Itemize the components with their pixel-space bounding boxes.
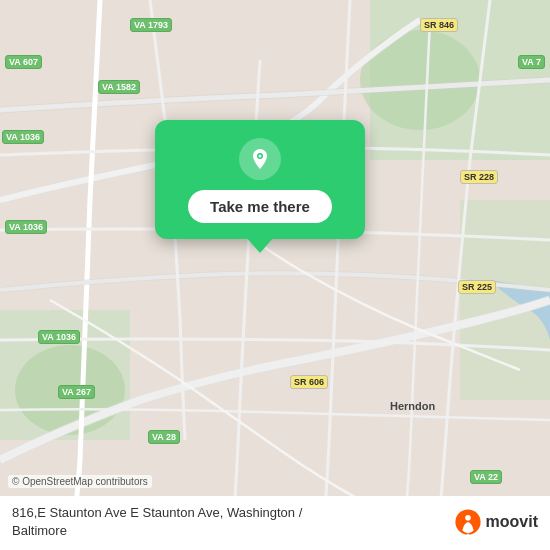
bottom-bar: 816,E Staunton Ave E Staunton Ave, Washi… xyxy=(0,496,550,550)
place-label-herndon: Herndon xyxy=(390,400,435,412)
pin-svg xyxy=(248,147,272,171)
road-badge-va1793: VA 1793 xyxy=(130,18,172,32)
road-badge-va1036b: VA 1036 xyxy=(5,220,47,234)
address-line2: Baltimore xyxy=(12,523,67,538)
road-badge-va1582: VA 1582 xyxy=(98,80,140,94)
take-me-there-button[interactable]: Take me there xyxy=(188,190,332,223)
map-roads xyxy=(0,0,550,550)
road-badge-va1036c: VA 1036 xyxy=(38,330,80,344)
osm-attribution: © OpenStreetMap contributors xyxy=(8,475,152,488)
road-badge-va267: VA 267 xyxy=(58,385,95,399)
popup-card: Take me there xyxy=(155,120,365,239)
road-badge-sr225: SR 225 xyxy=(458,280,496,294)
road-badge-sr228: SR 228 xyxy=(460,170,498,184)
address-line1: 816,E Staunton Ave E Staunton Ave, Washi… xyxy=(12,505,302,520)
road-badge-sr606: SR 606 xyxy=(290,375,328,389)
road-badge-va7: VA 7 xyxy=(518,55,545,69)
moovit-logo: moovit xyxy=(454,508,538,536)
moovit-logo-text: moovit xyxy=(486,513,538,531)
svg-point-8 xyxy=(465,515,471,521)
road-badge-va1036a: VA 1036 xyxy=(2,130,44,144)
map-container: VA 1793VA 607VA 1582SR 846VA 7VA 1036SR … xyxy=(0,0,550,550)
pin-icon xyxy=(239,138,281,180)
moovit-logo-svg xyxy=(454,508,482,536)
road-badge-sr846: SR 846 xyxy=(420,18,458,32)
road-badge-va28: VA 28 xyxy=(148,430,180,444)
svg-point-6 xyxy=(259,155,262,158)
address-text: 816,E Staunton Ave E Staunton Ave, Washi… xyxy=(12,504,454,540)
road-badge-va607: VA 607 xyxy=(5,55,42,69)
road-badge-va22: VA 22 xyxy=(470,470,502,484)
